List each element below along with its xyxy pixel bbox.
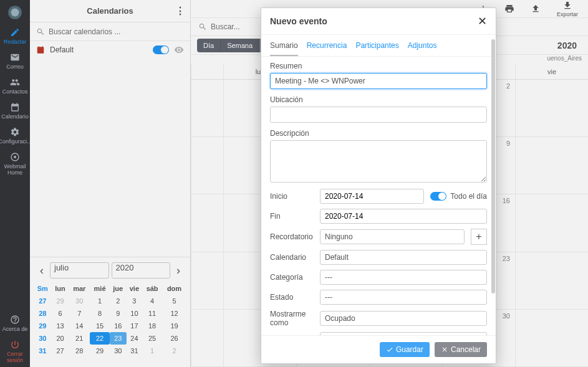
check-icon <box>386 346 393 353</box>
label-mostrarme: Mostrarme como <box>270 310 314 327</box>
select-recordatorio[interactable]: Ninguno <box>320 229 465 244</box>
input-ubicacion[interactable] <box>270 107 487 123</box>
save-button[interactable]: Guardar <box>380 342 430 357</box>
input-fin[interactable] <box>320 209 487 224</box>
label-resumen: Resumen <box>270 62 487 70</box>
input-descripcion[interactable] <box>270 140 487 183</box>
label-categoria: Categoría <box>270 273 314 282</box>
modal-tabs: Sumario Recurrencia Participantes Adjunt… <box>261 35 496 57</box>
cancel-button[interactable]: Cancelar <box>435 342 487 357</box>
select-mostrarme[interactable]: Ocupado <box>320 311 487 326</box>
label-calendario: Calendario <box>270 253 314 262</box>
label-ubicacion: Ubicación <box>270 95 487 104</box>
input-inicio[interactable] <box>320 189 424 204</box>
modal-body: Resumen Ubicación Descripción Inicio Tod… <box>261 57 496 335</box>
tab-participantes[interactable]: Participantes <box>355 41 398 56</box>
add-reminder-icon[interactable]: + <box>471 229 487 245</box>
input-resumen[interactable] <box>270 73 487 89</box>
label-descripcion: Descripción <box>270 129 487 138</box>
select-calendario[interactable]: Default <box>320 250 487 265</box>
modal-scrollbar[interactable] <box>491 39 496 338</box>
event-modal: Nuevo evento ✕ Sumario Recurrencia Parti… <box>261 7 496 364</box>
tab-sumario[interactable]: Sumario <box>270 41 298 56</box>
modal-title: Nuevo evento <box>270 16 327 26</box>
close-icon[interactable]: ✕ <box>478 14 487 28</box>
label-inicio: Inicio <box>270 192 314 201</box>
label-estado: Estado <box>270 293 314 302</box>
select-categoria[interactable]: --- <box>320 270 487 285</box>
label-todoeldia: Todo el día <box>450 192 487 201</box>
tab-recurrencia[interactable]: Recurrencia <box>307 41 347 56</box>
label-fin: Fin <box>270 212 314 221</box>
modal-header: Nuevo evento ✕ <box>261 8 496 35</box>
x-icon <box>441 346 448 353</box>
modal-footer: Guardar Cancelar <box>261 335 496 363</box>
allday-toggle[interactable] <box>430 192 446 201</box>
label-recordatorio: Recordatorio <box>270 232 314 241</box>
tab-adjuntos[interactable]: Adjuntos <box>408 41 437 56</box>
select-estado[interactable]: --- <box>320 290 487 305</box>
